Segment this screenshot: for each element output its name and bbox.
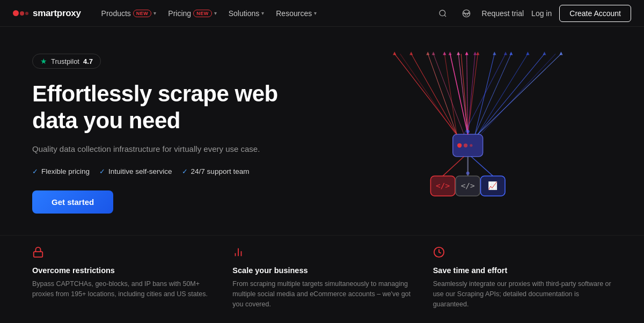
- hero-feature-2: ✓ Intuitive self-service: [99, 167, 172, 175]
- hero-visual: </> </> 📈: [365, 48, 580, 209]
- feature-desc-1: Bypass CAPTCHAs, geo-blocks, and IP bans…: [32, 279, 211, 300]
- svg-marker-34: [509, 52, 513, 55]
- svg-line-51: [471, 157, 493, 176]
- svg-line-15: [478, 54, 528, 134]
- clock-icon: [433, 246, 612, 261]
- check-icon: ✓: [32, 167, 38, 175]
- trustpilot-badge: ★ Trustpilot 4.7: [32, 54, 101, 69]
- svg-marker-41: [504, 52, 507, 55]
- feature-title-3: Save time and effort: [433, 266, 612, 275]
- svg-marker-35: [526, 52, 529, 55]
- navbar: smartproxy Products NEW ▾ Pricing NEW ▾ …: [0, 0, 644, 27]
- svg-marker-38: [431, 52, 435, 55]
- search-button[interactable]: [435, 5, 451, 21]
- hero-title: Effortlessly scrape web data you need: [32, 80, 311, 134]
- feature-card-1: Overcome restrictions Bypass CAPTCHAs, g…: [32, 246, 211, 310]
- logo-icon: [13, 10, 28, 16]
- svg-line-24: [400, 54, 456, 134]
- lock-icon: [32, 246, 211, 261]
- svg-line-17: [478, 54, 561, 134]
- svg-line-16: [478, 54, 544, 134]
- svg-line-14: [475, 54, 511, 134]
- feature-desc-2: From scraping multiple targets simultane…: [232, 279, 411, 310]
- nav-item-products[interactable]: Products NEW ▾: [96, 6, 162, 21]
- svg-marker-36: [543, 52, 546, 55]
- log-in-link[interactable]: Log in: [531, 9, 552, 18]
- get-started-button[interactable]: Get started: [32, 190, 113, 214]
- hero-feature-1: ✓ Flexible pricing: [32, 167, 90, 175]
- svg-line-1: [444, 15, 446, 17]
- svg-line-49: [443, 157, 464, 176]
- svg-text:📈: 📈: [488, 181, 498, 190]
- svg-point-52: [466, 172, 470, 175]
- feature-card-3: Save time and effort Seamlessly integrat…: [433, 246, 612, 310]
- svg-point-4: [457, 143, 462, 148]
- svg-point-0: [440, 10, 445, 16]
- svg-line-21: [468, 54, 475, 134]
- chevron-down-icon: ▾: [261, 10, 264, 16]
- svg-marker-28: [426, 52, 429, 55]
- svg-marker-29: [443, 52, 446, 55]
- svg-line-10: [444, 54, 457, 134]
- svg-marker-31: [465, 52, 469, 55]
- svg-line-12: [468, 54, 478, 134]
- svg-marker-27: [409, 52, 413, 55]
- check-icon: ✓: [99, 167, 105, 175]
- feature-title-2: Scale your business: [232, 266, 411, 275]
- svg-line-8: [411, 54, 457, 134]
- nav-right: Request trial Log in Create Account: [435, 5, 631, 22]
- create-account-button[interactable]: Create Account: [559, 5, 631, 22]
- hero-section: ★ Trustpilot 4.7 Effortlessly scrape web…: [0, 27, 644, 230]
- nav-item-pricing[interactable]: Pricing NEW ▾: [163, 6, 222, 21]
- chevron-down-icon: ▾: [314, 10, 317, 16]
- hero-feature-3: ✓ 24/7 support team: [182, 167, 250, 175]
- svg-marker-37: [559, 52, 562, 55]
- svg-text:</>: </>: [436, 181, 450, 190]
- svg-point-53: [466, 130, 470, 133]
- hero-features: ✓ Flexible pricing ✓ Intuitive self-serv…: [32, 167, 343, 175]
- svg-marker-40: [473, 52, 477, 55]
- svg-point-5: [464, 143, 467, 147]
- features-section: Overcome restrictions Bypass CAPTCHAs, g…: [0, 235, 644, 323]
- svg-rect-54: [34, 252, 43, 257]
- hero-subtitle: Quality data collection infrastructure f…: [32, 143, 343, 156]
- nav-item-resources[interactable]: Resources ▾: [270, 6, 322, 21]
- translate-button[interactable]: [458, 5, 474, 21]
- feature-desc-3: Seamlessly integrate our proxies with th…: [433, 279, 612, 310]
- request-trial-link[interactable]: Request trial: [482, 9, 524, 18]
- svg-marker-33: [493, 52, 496, 55]
- chevron-down-icon: ▾: [153, 10, 156, 16]
- feature-title-1: Overcome restrictions: [32, 266, 211, 275]
- nav-item-solutions[interactable]: Solutions ▾: [223, 6, 270, 21]
- star-icon: ★: [40, 57, 47, 65]
- svg-marker-39: [449, 52, 452, 55]
- feature-card-2: Scale your business From scraping multip…: [232, 246, 411, 310]
- svg-marker-30: [457, 52, 460, 55]
- svg-line-23: [464, 54, 506, 134]
- svg-line-18: [450, 54, 468, 134]
- hero-content: ★ Trustpilot 4.7 Effortlessly scrape web…: [32, 48, 343, 214]
- svg-point-6: [470, 144, 472, 146]
- logo-text: smartproxy: [33, 8, 81, 19]
- nav-items: Products NEW ▾ Pricing NEW ▾ Solutions ▾…: [96, 6, 435, 21]
- chevron-down-icon: ▾: [214, 10, 217, 16]
- svg-line-19: [458, 54, 468, 134]
- chart-icon: [232, 246, 411, 261]
- svg-marker-32: [476, 52, 479, 55]
- logo[interactable]: smartproxy: [13, 8, 81, 19]
- hero-diagram: </> </> 📈: [365, 48, 580, 209]
- svg-text:</>: </>: [461, 181, 475, 190]
- svg-marker-26: [393, 52, 396, 55]
- check-icon: ✓: [182, 167, 188, 175]
